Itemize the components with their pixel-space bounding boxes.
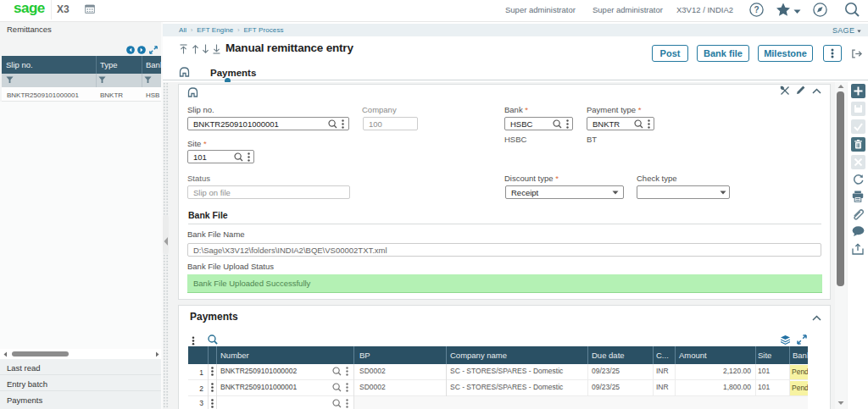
svg-text:?: ? [754,5,759,14]
